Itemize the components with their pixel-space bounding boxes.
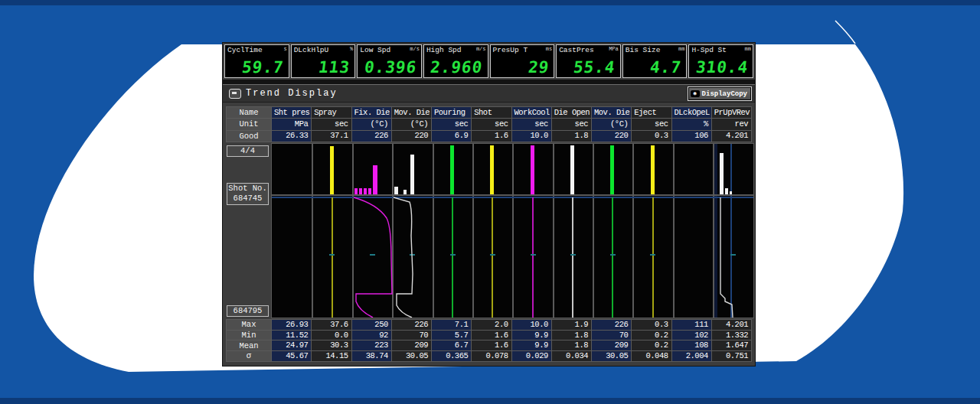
digital-display-cell: Low Spd m/s 0.396 — [357, 44, 422, 78]
mean-value: 0.2 — [632, 340, 671, 350]
good-value: 10.0 — [512, 131, 551, 142]
column-name: WorkCool — [512, 107, 551, 118]
row-label-name: Name — [227, 107, 271, 118]
display-value: 310.4 — [694, 58, 749, 77]
digital-display-cell: DLckHlpU % 113 — [291, 44, 356, 78]
sigma-value: 30.05 — [592, 351, 631, 361]
max-value: 226 — [592, 320, 631, 330]
row-label-max: Max — [227, 320, 271, 330]
sigma-value: 0.365 — [432, 351, 471, 361]
digital-display-cell: CyclTime s 59.7 — [224, 44, 289, 78]
mean-value: 30.3 — [312, 340, 351, 350]
column-unit: (°C) — [592, 119, 631, 129]
row-label-unit: Unit — [227, 119, 271, 129]
trend-display-window: Trend Display ◉ DisplayCopy Name Sht pre… — [223, 84, 755, 366]
display-unit: ms — [546, 46, 552, 53]
display-label: DLckHlpU — [294, 46, 329, 54]
min-value: 0.0 — [312, 331, 351, 340]
window-titlebar: Trend Display ◉ DisplayCopy — [223, 85, 755, 103]
column-unit: sec — [432, 119, 471, 129]
display-unit: MPa — [609, 46, 619, 53]
good-value: 220 — [592, 131, 631, 142]
column-unit: sec — [632, 119, 671, 129]
digital-display-cell: High Spd m/s 2.960 — [423, 44, 488, 78]
good-value: 0.3 — [632, 131, 671, 142]
chart-gutter: 4/4 Shot No. 684745 684795 — [226, 143, 270, 317]
display-unit: % — [350, 46, 353, 53]
sigma-value: 0.078 — [472, 351, 511, 361]
max-value: 226 — [392, 320, 431, 330]
column-unit: MPa — [272, 119, 311, 129]
display-value: 113 — [318, 58, 351, 77]
display-label: H-Spd St — [691, 46, 727, 54]
display-copy-button[interactable]: ◉ DisplayCopy — [688, 86, 752, 101]
sigma-value: 0.048 — [632, 351, 671, 361]
good-value: 4.201 — [712, 131, 751, 142]
display-label: Low Spd — [360, 46, 390, 54]
mov-die-trace — [394, 197, 413, 318]
panel-backdrop: CyclTime s 59.7 DLckHlpU % 113 Low Spd — [222, 42, 756, 367]
max-value: 10.0 — [512, 320, 551, 330]
mean-value: 1.647 — [712, 340, 751, 350]
good-value: 220 — [392, 131, 431, 142]
min-value: 70 — [392, 331, 431, 340]
column-name: Spray — [312, 107, 351, 118]
min-value: 92 — [352, 331, 391, 340]
sigma-value: 45.67 — [272, 351, 311, 361]
digital-display-cell: CastPres MPa 55.4 — [556, 44, 621, 78]
table-row: Min 11.520.092705.71.69.91.8700.21021.33… — [227, 331, 751, 340]
mean-value: 209 — [592, 340, 631, 350]
min-value: 1.6 — [472, 331, 511, 340]
min-value: 102 — [672, 331, 711, 340]
column-unit: sec — [512, 119, 551, 129]
min-value: 11.52 — [272, 331, 311, 340]
column-unit: sec — [312, 119, 351, 129]
screen: CyclTime s 59.7 DLckHlpU % 113 Low Spd — [0, 0, 980, 404]
mean-value: 6.7 — [432, 340, 471, 350]
display-label: PresUp T — [493, 46, 528, 54]
row-label-mean: Mean — [227, 340, 271, 350]
column-name: DLckOpeL — [672, 107, 711, 118]
max-value: 4.201 — [712, 320, 751, 330]
max-value: 250 — [352, 320, 391, 330]
good-value: 26.33 — [272, 131, 311, 142]
trend-stats-table: Max 26.9337.62502267.12.010.01.92260.311… — [226, 319, 752, 362]
shot-number-label: Shot No. — [227, 184, 268, 194]
min-value: 1.332 — [712, 331, 751, 340]
prupvrev-trace — [720, 197, 733, 318]
row-label-good: Good — [227, 131, 271, 142]
display-unit: mm — [678, 46, 684, 53]
max-value: 7.1 — [432, 320, 471, 330]
column-name: Sht pres — [272, 107, 311, 118]
max-value: 1.9 — [552, 320, 591, 330]
column-name: PrUpVRev — [712, 107, 751, 118]
good-value: 37.1 — [312, 131, 351, 142]
column-name: Mov. Die — [592, 107, 631, 118]
table-row: σ 45.6714.1538.7430.050.3650.0780.0290.0… — [227, 351, 751, 361]
fix-die-trace — [354, 197, 392, 318]
max-value: 2.0 — [472, 320, 511, 330]
mean-value: 1.6 — [472, 340, 511, 350]
column-name: Pouring — [432, 107, 471, 118]
sigma-value: 0.034 — [552, 351, 591, 361]
table-row: Good 26.3337.12262206.91.610.01.82200.31… — [227, 131, 751, 142]
sigma-value: 0.751 — [712, 351, 751, 361]
min-value: 9.9 — [512, 331, 551, 340]
camera-icon: ◉ — [691, 90, 700, 97]
column-name: Die Open — [552, 107, 591, 118]
trend-curves — [272, 144, 753, 318]
table-row: Unit MPasec(°C)(°C)secsecsecsec(°C)sec%r… — [227, 119, 751, 129]
column-unit: sec — [552, 119, 591, 129]
trend-chart — [271, 143, 754, 318]
display-unit: mm — [745, 46, 751, 53]
display-unit: s — [283, 46, 286, 53]
mean-value: 223 — [352, 340, 391, 350]
mean-value: 209 — [392, 340, 431, 350]
display-label: CastPres — [559, 46, 594, 54]
sigma-value: 38.74 — [352, 351, 391, 361]
display-value: 29 — [527, 58, 550, 77]
table-row: Max 26.9337.62502267.12.010.01.92260.311… — [227, 320, 751, 330]
mean-value: 24.97 — [272, 340, 311, 350]
good-value: 6.9 — [432, 131, 471, 142]
sigma-value: 14.15 — [312, 351, 351, 361]
